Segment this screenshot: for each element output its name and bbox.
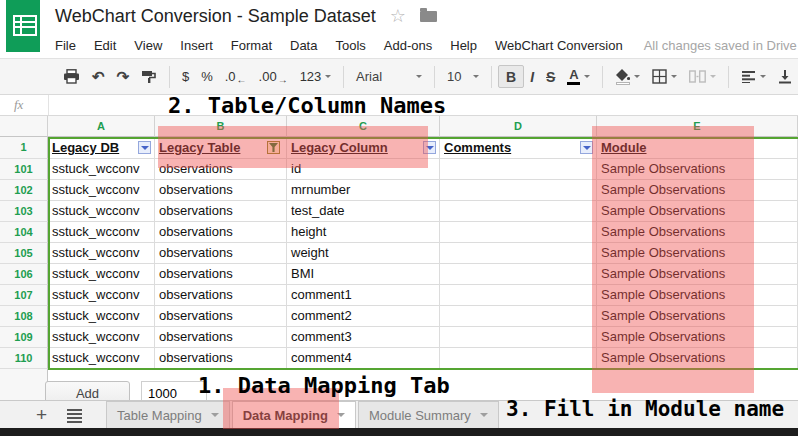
- cell-legacy_table[interactable]: observations: [155, 159, 287, 180]
- cell-comments[interactable]: [440, 201, 597, 222]
- cell-legacy_table[interactable]: observations: [155, 243, 287, 264]
- strikethrough-button[interactable]: S: [540, 65, 561, 89]
- column-header-a[interactable]: A: [48, 116, 155, 137]
- cell-legacy_table[interactable]: observations: [155, 222, 287, 243]
- row-number[interactable]: 106: [0, 264, 48, 285]
- menu-insert[interactable]: Insert: [171, 38, 222, 53]
- tab-menu-arrow-icon[interactable]: [211, 413, 219, 421]
- row-number[interactable]: 103: [0, 201, 48, 222]
- field-header-cell[interactable]: Comments: [440, 137, 597, 159]
- column-header-c[interactable]: C: [287, 116, 440, 137]
- cell-legacy_column[interactable]: BMI: [287, 264, 440, 285]
- cell-module[interactable]: Sample Observations: [597, 222, 798, 243]
- menu-data[interactable]: Data: [281, 38, 326, 53]
- cell-legacy_db[interactable]: sstuck_wcconv: [48, 264, 155, 285]
- font-size-select[interactable]: 10: [441, 65, 485, 89]
- undo-button[interactable]: ↶: [86, 65, 111, 89]
- cell-comments[interactable]: [440, 306, 597, 327]
- cell-legacy_table[interactable]: observations: [155, 201, 287, 222]
- menu-webchart-conversion[interactable]: WebChart Conversion: [486, 38, 632, 53]
- cell-legacy_column[interactable]: id: [287, 159, 440, 180]
- cell-legacy_db[interactable]: sstuck_wcconv: [48, 159, 155, 180]
- cell-legacy_column[interactable]: comment2: [287, 306, 440, 327]
- menu-edit[interactable]: Edit: [85, 38, 125, 53]
- filter-dropdown-button[interactable]: [138, 141, 151, 154]
- select-all-corner[interactable]: [0, 116, 48, 137]
- menu-add-ons[interactable]: Add-ons: [375, 38, 441, 53]
- row-number[interactable]: 107: [0, 285, 48, 306]
- add-rows-button[interactable]: Add: [45, 381, 130, 400]
- filter-dropdown-button[interactable]: [580, 141, 593, 154]
- vertical-align-button[interactable]: [772, 65, 798, 89]
- cell-module[interactable]: Sample Observations: [597, 264, 798, 285]
- cell-legacy_db[interactable]: sstuck_wcconv: [48, 222, 155, 243]
- tab-menu-arrow-icon[interactable]: [480, 413, 488, 421]
- row-number[interactable]: 102: [0, 180, 48, 201]
- cell-comments[interactable]: [440, 222, 597, 243]
- cell-comments[interactable]: [440, 180, 597, 201]
- field-header-cell[interactable]: Legacy Column: [287, 137, 440, 159]
- cell-legacy_db[interactable]: sstuck_wcconv: [48, 285, 155, 306]
- cell-module[interactable]: Sample Observations: [597, 159, 798, 180]
- cell-legacy_db[interactable]: sstuck_wcconv: [48, 348, 155, 369]
- cell-legacy_table[interactable]: observations: [155, 348, 287, 369]
- menu-view[interactable]: View: [125, 38, 171, 53]
- cell-module[interactable]: Sample Observations: [597, 306, 798, 327]
- column-header-b[interactable]: B: [155, 116, 287, 137]
- decrease-decimal-button[interactable]: .0←: [219, 65, 253, 89]
- cell-legacy_column[interactable]: weight: [287, 243, 440, 264]
- cell-legacy_db[interactable]: sstuck_wcconv: [48, 180, 155, 201]
- sheet-tab-data-mapping[interactable]: Data Mapping: [232, 401, 356, 428]
- column-header-e[interactable]: E: [597, 116, 798, 137]
- cell-legacy_column[interactable]: comment3: [287, 327, 440, 348]
- cell-module[interactable]: Sample Observations: [597, 243, 798, 264]
- cell-module[interactable]: Sample Observations: [597, 285, 798, 306]
- cell-module[interactable]: Sample Observations: [597, 348, 798, 369]
- cell-module[interactable]: Sample Observations: [597, 180, 798, 201]
- cell-comments[interactable]: [440, 348, 597, 369]
- sheet-tab-module-summary[interactable]: Module Summary: [358, 401, 499, 428]
- field-header-cell[interactable]: Legacy DB: [48, 137, 155, 159]
- row-number[interactable]: 105: [0, 243, 48, 264]
- add-rows-count-input[interactable]: [141, 381, 207, 400]
- paint-format-button[interactable]: [135, 65, 163, 89]
- formula-bar[interactable]: fx: [0, 95, 798, 116]
- add-sheet-button[interactable]: +: [36, 405, 47, 424]
- cell-legacy_table[interactable]: observations: [155, 180, 287, 201]
- italic-button[interactable]: I: [524, 65, 540, 89]
- cell-legacy_table[interactable]: observations: [155, 327, 287, 348]
- more-formats-button[interactable]: 123: [294, 65, 338, 89]
- cell-legacy_db[interactable]: sstuck_wcconv: [48, 243, 155, 264]
- row-number[interactable]: 1: [0, 137, 48, 159]
- cell-module[interactable]: Sample Observations: [597, 327, 798, 348]
- field-header-cell[interactable]: Module: [597, 137, 798, 159]
- cell-legacy_db[interactable]: sstuck_wcconv: [48, 327, 155, 348]
- cell-legacy_table[interactable]: observations: [155, 306, 287, 327]
- row-number[interactable]: 101: [0, 159, 48, 180]
- bold-button[interactable]: B: [498, 65, 524, 88]
- cell-legacy_db[interactable]: sstuck_wcconv: [48, 306, 155, 327]
- document-title[interactable]: WebChart Conversion - Sample Dataset: [55, 6, 376, 27]
- cell-comments[interactable]: [440, 327, 597, 348]
- cell-legacy_column[interactable]: comment1: [287, 285, 440, 306]
- sheet-tab-table-mapping[interactable]: Table Mapping: [106, 401, 230, 428]
- filter-dropdown-button[interactable]: [423, 141, 436, 154]
- cell-legacy_column[interactable]: height: [287, 222, 440, 243]
- cell-legacy_column[interactable]: mrnumber: [287, 180, 440, 201]
- row-number[interactable]: 108: [0, 306, 48, 327]
- horizontal-align-button[interactable]: [735, 65, 772, 89]
- print-button[interactable]: [57, 65, 86, 89]
- star-icon[interactable]: ☆: [390, 7, 406, 25]
- menu-tools[interactable]: Tools: [326, 38, 374, 53]
- row-number[interactable]: 104: [0, 222, 48, 243]
- row-number[interactable]: 110: [0, 348, 48, 369]
- cell-module[interactable]: Sample Observations: [597, 201, 798, 222]
- redo-button[interactable]: ↷: [111, 65, 136, 89]
- row-number[interactable]: 109: [0, 327, 48, 348]
- percent-format-button[interactable]: %: [195, 65, 219, 89]
- tab-menu-arrow-icon[interactable]: [337, 413, 345, 421]
- currency-format-button[interactable]: $: [176, 65, 195, 89]
- cell-legacy_column[interactable]: comment4: [287, 348, 440, 369]
- menu-format[interactable]: Format: [222, 38, 281, 53]
- cell-legacy_db[interactable]: sstuck_wcconv: [48, 201, 155, 222]
